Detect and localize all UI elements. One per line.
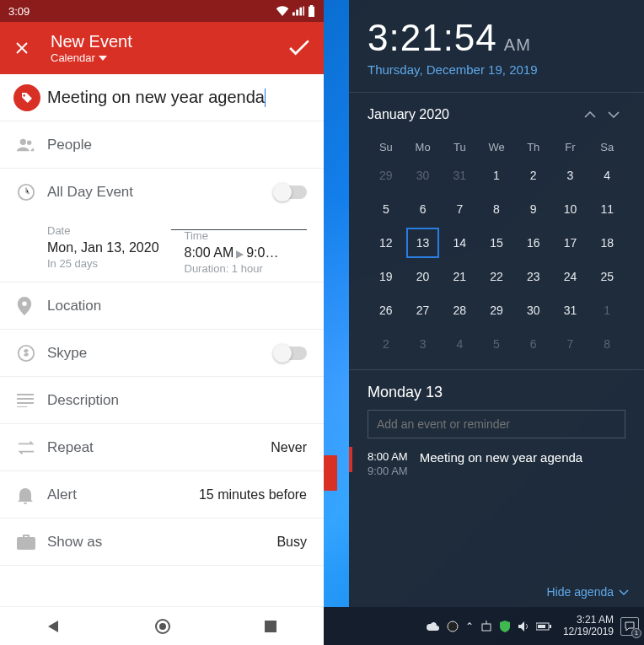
calendar-day[interactable]: 1: [588, 293, 625, 327]
dow-header: Mo: [405, 135, 442, 159]
alert-value: 15 minutes before: [199, 487, 307, 503]
skype-icon: [17, 344, 47, 363]
month-label[interactable]: January 2020: [368, 107, 578, 122]
dow-header: We: [478, 135, 515, 159]
calendar-day[interactable]: 30: [405, 159, 442, 192]
location-icon: [17, 297, 47, 315]
calendar-day[interactable]: 8: [478, 192, 515, 226]
clock-time: 3:21:54: [368, 17, 497, 59]
calendar-day[interactable]: 2: [515, 159, 552, 192]
clock-date-link[interactable]: Thursday, December 19, 2019: [368, 62, 625, 77]
calendar-day[interactable]: 3: [405, 327, 442, 361]
showas-row[interactable]: Show as Busy: [0, 519, 324, 566]
agenda-event[interactable]: 8:00 AM 9:00 AM Meeting on new year agen…: [368, 438, 625, 484]
calendar-day[interactable]: 23: [515, 260, 552, 293]
tray-app-icon[interactable]: [447, 621, 459, 632]
bell-icon: [17, 486, 47, 504]
calendar-day[interactable]: 25: [588, 260, 625, 293]
calendar-day[interactable]: 5: [478, 327, 515, 361]
calendar-day[interactable]: 27: [405, 293, 442, 327]
calendar-day[interactable]: 31: [552, 293, 589, 327]
calendar-day[interactable]: 24: [552, 260, 589, 293]
calendar-grid: SuMoTuWeThFrSa29303112345678910111213141…: [368, 135, 625, 361]
date-picker[interactable]: Date Mon, Jan 13, 2020 In 25 days: [47, 224, 170, 270]
people-row[interactable]: People: [0, 121, 324, 169]
time-picker[interactable]: Time 8:00 AM▶9:0… Duration: 1 hour: [170, 229, 308, 230]
next-month-button[interactable]: [602, 103, 625, 126]
volume-icon[interactable]: [518, 621, 529, 632]
svg-rect-9: [550, 625, 551, 628]
android-new-event-screen: 3:09 New Event Calendar: [0, 0, 324, 645]
description-icon: [17, 394, 47, 407]
status-bar: 3:09: [0, 0, 324, 22]
back-button[interactable]: [46, 619, 62, 634]
calendar-day[interactable]: 9: [515, 192, 552, 226]
calendar-day[interactable]: 6: [515, 327, 552, 361]
showas-value: Busy: [276, 535, 307, 550]
calendar-day[interactable]: 3: [552, 159, 589, 192]
save-button[interactable]: [288, 40, 312, 56]
location-row[interactable]: Location: [0, 282, 324, 330]
calendar-day[interactable]: 16: [515, 226, 552, 260]
security-icon[interactable]: [499, 621, 511, 632]
event-title-input[interactable]: Meeting on new year agenda: [47, 88, 266, 106]
repeat-label: Repeat: [47, 439, 271, 456]
calendar-day[interactable]: 19: [368, 260, 405, 293]
calendar-day[interactable]: 4: [588, 159, 625, 192]
calendar-day[interactable]: 2: [368, 327, 405, 361]
calendar-day[interactable]: 11: [588, 192, 625, 226]
calendar-day[interactable]: 14: [441, 226, 478, 260]
prev-month-button[interactable]: [578, 103, 602, 126]
calendar-day[interactable]: 12: [368, 226, 405, 260]
repeat-row[interactable]: Repeat Never: [0, 424, 324, 471]
calendar-day[interactable]: 17: [552, 226, 589, 260]
onedrive-icon[interactable]: [427, 622, 440, 631]
add-event-input[interactable]: [368, 410, 625, 438]
hide-agenda-button[interactable]: Hide agenda: [349, 578, 644, 607]
calendar-day[interactable]: 30: [515, 293, 552, 327]
calendar-day[interactable]: 22: [478, 260, 515, 293]
svg-point-5: [448, 621, 458, 632]
calendar-day[interactable]: 29: [368, 159, 405, 192]
calendar-day[interactable]: 1: [478, 159, 515, 192]
dow-header: Th: [515, 135, 552, 159]
calendar-day[interactable]: 5: [368, 192, 405, 226]
recents-button[interactable]: [264, 620, 277, 633]
system-tray[interactable]: ⌃: [427, 621, 551, 632]
action-center-button[interactable]: 1: [620, 617, 639, 636]
windows-desktop: 3:21:54 AM Thursday, December 19, 2019 J…: [324, 0, 644, 645]
calendar-selector[interactable]: Calendar: [51, 51, 288, 64]
calendar-day[interactable]: 18: [588, 226, 625, 260]
calendar-day[interactable]: 8: [588, 327, 625, 361]
description-row[interactable]: Description: [0, 377, 324, 424]
taskbar-clock[interactable]: 3:21 AM 12/19/2019: [563, 615, 614, 638]
skype-toggle[interactable]: [275, 347, 307, 360]
calendar-day[interactable]: 7: [552, 327, 589, 361]
alert-row[interactable]: Alert 15 minutes before: [0, 471, 324, 519]
event-start-time: 8:00 AM: [368, 450, 408, 465]
calendar-day[interactable]: 6: [405, 192, 442, 226]
close-button[interactable]: [12, 38, 32, 58]
allday-toggle[interactable]: [275, 185, 307, 199]
calendar-day[interactable]: 28: [441, 293, 478, 327]
calendar-section: January 2020 SuMoTuWeThFrSa2930311234567…: [349, 98, 644, 364]
network-icon[interactable]: [480, 621, 492, 632]
calendar-day[interactable]: 10: [552, 192, 589, 226]
battery-icon[interactable]: [536, 622, 551, 631]
chevron-down-icon: [99, 56, 107, 61]
arrow-right-icon: ▶: [233, 248, 246, 260]
calendar-day[interactable]: 21: [441, 260, 478, 293]
calendar-day[interactable]: 13: [405, 226, 442, 260]
calendar-day[interactable]: 15: [478, 226, 515, 260]
description-label: Description: [47, 392, 307, 409]
tray-chevron-icon[interactable]: ⌃: [465, 621, 474, 632]
dow-header: Tu: [441, 135, 478, 159]
calendar-day[interactable]: 26: [368, 293, 405, 327]
calendar-day[interactable]: 29: [478, 293, 515, 327]
calendar-day[interactable]: 31: [441, 159, 478, 192]
calendar-day[interactable]: 7: [441, 192, 478, 226]
calendar-day[interactable]: 20: [405, 260, 442, 293]
calendar-day[interactable]: 4: [441, 327, 478, 361]
datetime-row: Date Mon, Jan 13, 2020 In 25 days Time 8…: [0, 216, 324, 282]
home-button[interactable]: [154, 618, 171, 635]
